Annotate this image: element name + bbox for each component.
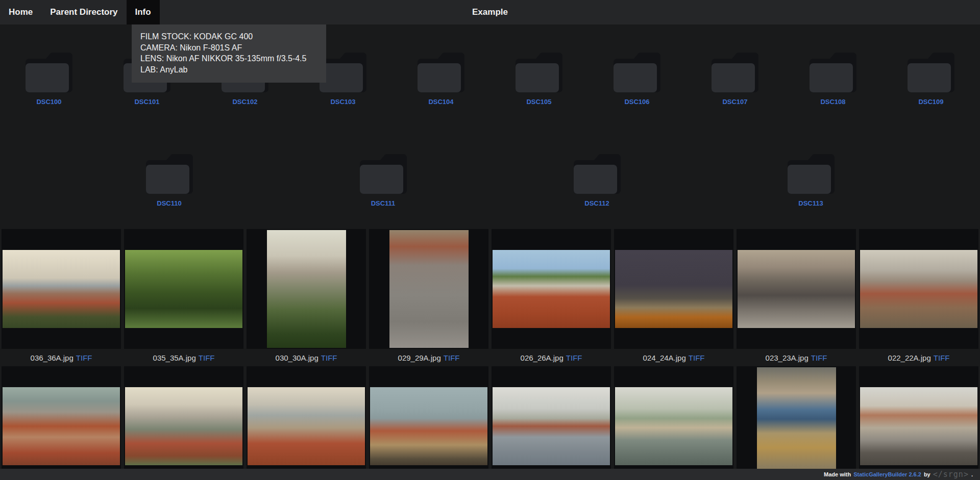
thumbnail-link-prague-rooftops-church-spire[interactable]: [369, 366, 488, 480]
photo-charles-bridge-statue-river: [493, 387, 610, 465]
info-panel: FILM STOCK: KODAK GC 400CAMERA: Nikon F-…: [132, 24, 326, 83]
folder-item-DSC105[interactable]: DSC105: [516, 53, 562, 106]
thumbnail-link-astronomical-clock-tower[interactable]: [737, 366, 856, 480]
gallery-item-prague-river-weir-castle: [614, 366, 733, 480]
folder-item-DSC112[interactable]: DSC112: [574, 154, 621, 207]
thumbnail-link-old-town-square-street[interactable]: [859, 366, 978, 480]
nav-item-home[interactable]: Home: [0, 0, 41, 24]
gallery-grid: 036_36A.jpgTIFF035_35A.jpgTIFF030_30A.jp…: [0, 229, 980, 480]
folder-icon: [146, 154, 193, 194]
thumbnail-link-town-square-aerial[interactable]: [369, 229, 488, 349]
thumbnail-link-prague-river-weir-castle[interactable]: [614, 366, 733, 480]
folder-item-DSC107[interactable]: DSC107: [712, 53, 758, 106]
photo-prague-rooftops-church-spire: [370, 387, 487, 465]
thumb-label: 029_29A.jpgTIFF: [369, 349, 488, 366]
tiff-link[interactable]: TIFF: [689, 353, 705, 362]
gallery-item-charles-bridge-statue-river: [492, 366, 611, 480]
gallery-item-prague-river-bridges-aerial: [124, 366, 243, 480]
folder-label: DSC112: [584, 199, 609, 207]
thumb-filename: 026_26A.jpg: [521, 353, 564, 362]
photo-city-panorama-castle: [860, 250, 977, 328]
thumb-label: 026_26A.jpgTIFF: [492, 349, 611, 366]
info-line: LAB: AnyLab: [140, 64, 317, 75]
folder-item-DSC103[interactable]: DSC103: [320, 53, 366, 106]
thumbnail-link-city-panorama-church-spire[interactable]: [2, 229, 121, 349]
footer-bar: Made with StaticGalleryBuilder 2.6.2 by …: [0, 469, 980, 480]
folder-icon: [26, 53, 72, 92]
gallery-item-prague-castle-aerial: [2, 366, 121, 480]
thumbnail-link-tree-over-city-view[interactable]: [247, 229, 366, 349]
folder-icon: [810, 53, 856, 92]
gallery-item-026_26A.jpg: 026_26A.jpgTIFF: [492, 229, 611, 366]
thumb-label: 024_24A.jpgTIFF: [614, 349, 733, 366]
gallery-item-023_23A.jpg: 023_23A.jpgTIFF: [737, 229, 856, 366]
nav-item-parent-directory[interactable]: Parent Directory: [41, 0, 126, 24]
top-nav: HomeParent DirectoryInfo Example: [0, 0, 980, 24]
tiff-link[interactable]: TIFF: [566, 353, 582, 362]
thumbnail-link-prague-river-bridges-aerial[interactable]: [124, 366, 243, 480]
folder-item-DSC106[interactable]: DSC106: [614, 53, 660, 106]
footer-builder-link[interactable]: StaticGalleryBuilder 2.6.2: [853, 471, 921, 477]
photo-prague-hazy-cityscape: [248, 387, 365, 465]
folder-label: DSC110: [157, 199, 181, 207]
main-content: DSC100DSC101DSC102DSC103DSC104DSC105DSC1…: [0, 24, 980, 480]
tiff-link[interactable]: TIFF: [811, 353, 827, 362]
folder-icon: [614, 53, 660, 92]
tiff-link[interactable]: TIFF: [76, 353, 92, 362]
thumbnail-link-city-panorama-castle[interactable]: [859, 229, 978, 349]
photo-charles-bridge-crowd: [738, 250, 855, 328]
folder-item-DSC110[interactable]: DSC110: [146, 154, 193, 207]
folder-icon: [788, 154, 835, 194]
folder-item-DSC113[interactable]: DSC113: [788, 154, 835, 207]
folder-item-DSC111[interactable]: DSC111: [360, 154, 407, 207]
thumb-filename: 024_24A.jpg: [643, 353, 686, 362]
folder-item-DSC104[interactable]: DSC104: [418, 53, 464, 106]
gallery-item-old-town-square-street: [859, 366, 978, 480]
folder-label: DSC104: [428, 98, 453, 106]
nav-item-info[interactable]: Info: [127, 0, 160, 24]
folder-row-2: DSC110DSC111DSC112DSC113: [0, 154, 980, 207]
footer-made-with: Made with: [824, 471, 851, 477]
tiff-link[interactable]: TIFF: [934, 353, 950, 362]
folder-item-DSC109[interactable]: DSC109: [908, 53, 954, 106]
folder-icon: [574, 154, 621, 194]
gallery-item-022_22A.jpg: 022_22A.jpgTIFF: [859, 229, 978, 366]
thumbnail-link-tyn-church-night[interactable]: [614, 229, 733, 349]
footer-srgn-logo[interactable]: </srgn>: [933, 470, 969, 479]
folder-label: DSC113: [798, 199, 823, 207]
folder-label: DSC107: [722, 98, 747, 106]
folder-item-DSC108[interactable]: DSC108: [810, 53, 856, 106]
photo-astronomical-clock-tower: [757, 367, 836, 480]
thumb-label: 022_22A.jpgTIFF: [859, 349, 978, 366]
gallery-item-036_36A.jpg: 036_36A.jpgTIFF: [2, 229, 121, 366]
thumbnail-link-charles-bridge-crowd[interactable]: [737, 229, 856, 349]
footer-period: .: [971, 471, 973, 477]
folder-icon: [320, 53, 366, 92]
gallery-item-024_24A.jpg: 024_24A.jpgTIFF: [614, 229, 733, 366]
folder-item-DSC100[interactable]: DSC100: [26, 53, 72, 106]
footer-by: by: [924, 471, 930, 477]
photo-prague-river-weir-castle: [615, 387, 732, 465]
tiff-link[interactable]: TIFF: [321, 353, 337, 362]
folder-label: DSC105: [526, 98, 551, 106]
thumbnail-link-charles-bridge-statue-river[interactable]: [492, 366, 611, 480]
thumbnail-link-prague-hazy-cityscape[interactable]: [247, 366, 366, 480]
thumbnail-link-green-foliage[interactable]: [124, 229, 243, 349]
thumbnail-link-prague-castle-aerial[interactable]: [2, 366, 121, 480]
folder-label: DSC103: [330, 98, 355, 106]
photo-tyn-church-night: [615, 250, 732, 328]
tiff-link[interactable]: TIFF: [199, 353, 215, 362]
tiff-link[interactable]: TIFF: [444, 353, 460, 362]
thumb-filename: 023_23A.jpg: [766, 353, 808, 362]
photo-old-town-square-street: [860, 387, 977, 465]
thumb-filename: 035_35A.jpg: [153, 353, 196, 362]
folder-icon: [712, 53, 758, 92]
thumbnail-link-red-rooftops-green-hill[interactable]: [492, 229, 611, 349]
photo-prague-castle-aerial: [3, 387, 120, 465]
thumb-label: 023_23A.jpgTIFF: [737, 349, 856, 366]
folder-label: DSC108: [820, 98, 845, 106]
photo-prague-river-bridges-aerial: [125, 387, 242, 465]
folder-icon: [908, 53, 954, 92]
photo-red-rooftops-green-hill: [493, 250, 610, 328]
folder-label: DSC102: [232, 98, 257, 106]
